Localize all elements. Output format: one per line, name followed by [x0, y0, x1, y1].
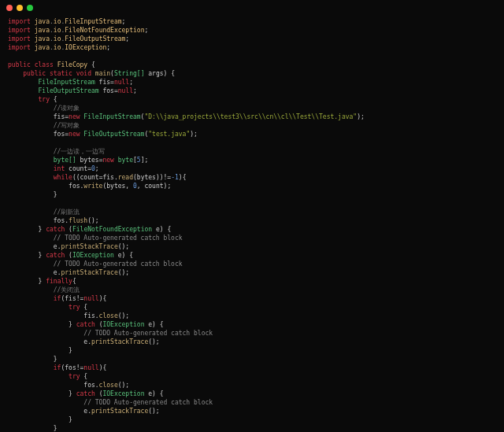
- kw-if: if: [54, 295, 61, 302]
- string-inpath: "D:\\java_projects\\test3\\src\\cn\\cl\\…: [144, 113, 357, 120]
- fn-read: read: [118, 174, 133, 181]
- close-icon[interactable]: [6, 5, 13, 11]
- minimize-icon[interactable]: [17, 5, 23, 11]
- kw-while: while: [54, 174, 72, 181]
- var-fis: fis: [99, 79, 110, 86]
- fn-close: close: [99, 312, 118, 319]
- type-int: int: [54, 165, 65, 172]
- kw-new: new: [69, 113, 80, 120]
- comment-read-obj: //读对象: [54, 105, 80, 112]
- string-outpath: "test.java": [148, 131, 190, 138]
- code-editor-window: import java.io.FileInputStream; import j…: [0, 0, 504, 432]
- cls-ioe: IOException: [65, 44, 106, 51]
- type-string-arr: String[]: [114, 70, 145, 77]
- fn-main: main: [95, 70, 110, 77]
- kw-import: import: [8, 18, 31, 25]
- cls-fos: FileOutputStream: [65, 35, 125, 42]
- comment-close: //关闭流: [54, 286, 80, 294]
- comment-flush: //刷新流: [54, 209, 80, 216]
- class-filecopy: FileCopy: [57, 61, 88, 68]
- zoom-icon[interactable]: [27, 5, 33, 11]
- comment-todo: // TODO Auto-generated catch block: [54, 234, 183, 242]
- comment-read-write: //一边读，一边写: [54, 148, 106, 155]
- kw-static: static: [50, 70, 72, 77]
- type-fos: FileOutputStream: [39, 87, 99, 94]
- arg-args: args: [148, 70, 163, 77]
- kw-finally: finally: [46, 278, 72, 285]
- kw-public: public: [8, 61, 31, 68]
- comment-write-obj: //写对象: [54, 122, 80, 129]
- kw-try: try: [39, 96, 50, 103]
- kw-catch: catch: [46, 226, 65, 233]
- fn-write: write: [83, 183, 102, 190]
- code-area[interactable]: import java.io.FileInputStream; import j…: [8, 17, 496, 432]
- type-ioe: IOException: [72, 252, 114, 259]
- fn-pst: printStackTrace: [61, 243, 117, 250]
- kw-null: null: [114, 79, 129, 86]
- pkg-java: java: [35, 18, 50, 25]
- kw-class: class: [35, 61, 54, 68]
- var-bytes: bytes: [80, 157, 99, 164]
- num-neg1: -1: [171, 174, 179, 181]
- kw-void: void: [76, 70, 91, 77]
- cls-fnfe: FileNotFoundException: [65, 27, 144, 34]
- type-fis: FileInputStream: [39, 79, 95, 86]
- cls-fis: FileInputStream: [65, 18, 121, 25]
- var-fos: fos: [102, 87, 113, 94]
- type-fnfe: FileNotFoundException: [72, 226, 152, 233]
- fn-flush: flush: [69, 217, 87, 224]
- var-count: count: [69, 165, 87, 172]
- type-bytearr: byte[]: [54, 157, 76, 164]
- window-controls: [6, 5, 33, 11]
